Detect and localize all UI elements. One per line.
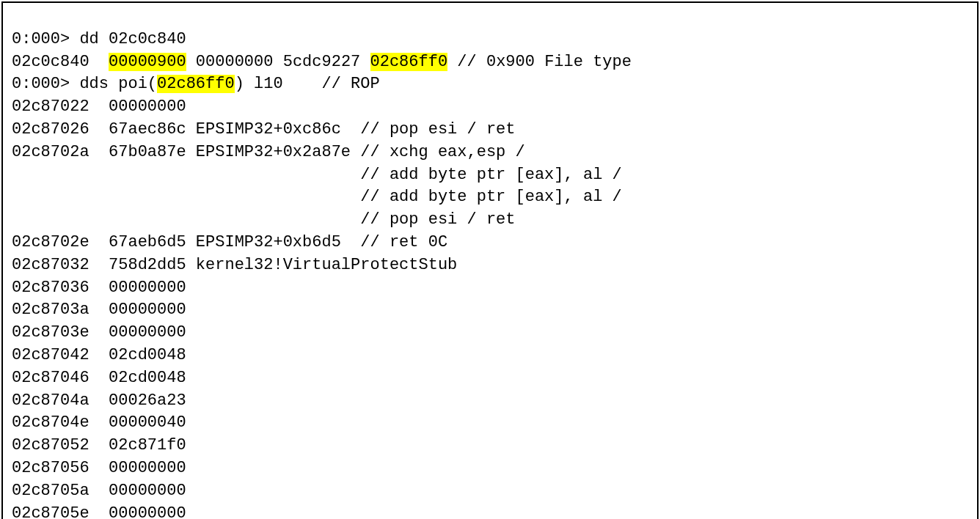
output-line: 0:000> dds poi(02c86ff0) l10 // ROP [12, 73, 968, 96]
output-text: 02c0c840 [12, 53, 109, 71]
output-line: 02c87032 758d2dd5 kernel32!VirtualProtec… [12, 254, 968, 277]
output-text: 02c87042 02cd0048 [12, 346, 186, 364]
output-text: 02c87056 00000000 [12, 459, 186, 477]
output-text: 02c87046 02cd0048 [12, 369, 186, 387]
output-text: 02c8703a 00000000 [12, 301, 186, 319]
output-line: 02c8702a 67b0a87e EPSIMP32+0x2a87e // xc… [12, 141, 968, 164]
output-line: 02c87052 02c871f0 [12, 435, 968, 457]
output-text: 02c8702a 67b0a87e EPSIMP32+0x2a87e // xc… [12, 143, 525, 161]
output-line: // add byte ptr [eax], al / [12, 186, 968, 209]
output-line: 02c8705a 00000000 [12, 480, 968, 503]
output-text: 02c8704a 00026a23 [12, 391, 186, 410]
output-line: 02c87042 02cd0048 [12, 345, 968, 367]
output-text: 02c87052 02c871f0 [12, 436, 186, 454]
output-line: 02c87026 67aec86c EPSIMP32+0xc86c // pop… [12, 119, 968, 141]
output-line: 0:000> dd 02c0c840 [12, 29, 968, 51]
output-text: // add byte ptr [eax], al / [12, 188, 622, 206]
output-line: // add byte ptr [eax], al / [12, 164, 968, 187]
output-text: 00000000 5cdc9227 [186, 53, 370, 71]
output-text: 0:000> dd 02c0c840 [12, 30, 186, 48]
output-line: 02c8702e 67aeb6d5 EPSIMP32+0xb6d5 // ret… [12, 232, 968, 254]
output-line: 02c8704a 00026a23 [12, 390, 968, 413]
output-text: 02c87026 67aec86c EPSIMP32+0xc86c // pop… [12, 120, 516, 139]
output-line: 02c87022 00000000 [12, 96, 968, 119]
output-line: // pop esi / ret [12, 209, 968, 232]
output-line: 02c0c840 00000900 00000000 5cdc9227 02c8… [12, 51, 968, 74]
output-text: // 0x900 File type [447, 53, 632, 71]
output-line: 02c87056 00000000 [12, 457, 968, 480]
output-text: 02c8703e 00000000 [12, 323, 186, 342]
output-line: 02c8703e 00000000 [12, 322, 968, 345]
highlighted-value: 02c86ff0 [157, 75, 235, 93]
output-text: 0:000> dds poi( [12, 75, 157, 93]
output-text: ) l10 // ROP [235, 75, 380, 93]
output-line: 02c8704e 00000040 [12, 412, 968, 435]
debugger-output-panel: 0:000> dd 02c0c84002c0c840 00000900 0000… [1, 1, 979, 519]
highlighted-value: 02c86ff0 [370, 53, 448, 71]
output-text: 02c8705a 00000000 [12, 482, 186, 500]
output-line: 02c8705e 00000000 [12, 503, 968, 519]
output-text: 02c87022 00000000 [12, 97, 186, 116]
output-line: 02c87036 00000000 [12, 277, 968, 300]
output-line: 02c8703a 00000000 [12, 299, 968, 322]
output-text: 02c8704e 00000040 [12, 413, 186, 432]
highlighted-value: 00000900 [109, 53, 186, 71]
output-text: // add byte ptr [eax], al / [12, 166, 622, 184]
output-line: 02c87046 02cd0048 [12, 367, 968, 390]
output-text: 02c87036 00000000 [12, 279, 186, 297]
output-text: // pop esi / ret [12, 210, 516, 229]
output-text: 02c8705e 00000000 [12, 504, 186, 519]
output-text: 02c87032 758d2dd5 kernel32!VirtualProtec… [12, 256, 457, 274]
output-text: 02c8702e 67aeb6d5 EPSIMP32+0xb6d5 // ret… [12, 233, 447, 251]
